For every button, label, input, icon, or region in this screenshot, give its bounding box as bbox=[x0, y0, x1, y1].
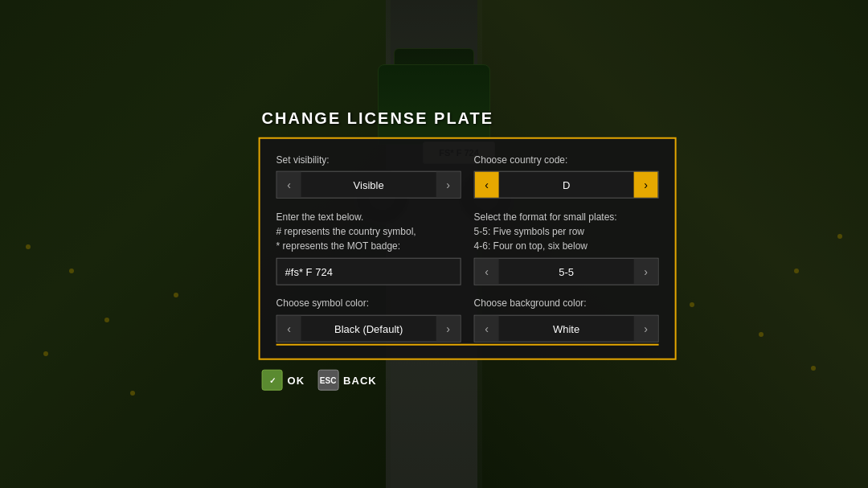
dialog-title: CHANGE LICENSE PLATE bbox=[259, 109, 677, 127]
col-background-color: Choose background color: ‹ White › bbox=[474, 297, 659, 342]
background-color-selector: ‹ White › bbox=[474, 315, 659, 342]
back-button[interactable]: ESC BACK bbox=[317, 370, 377, 391]
format-next-button[interactable]: › bbox=[634, 258, 658, 285]
country-code-next-button[interactable]: › bbox=[634, 171, 658, 199]
bottom-divider bbox=[276, 344, 659, 346]
country-code-prev-button[interactable]: ‹ bbox=[475, 171, 499, 199]
symbol-color-label: Choose symbol color: bbox=[276, 297, 461, 310]
background-color-label: Choose background color: bbox=[474, 297, 659, 310]
symbol-color-prev-button[interactable]: ‹ bbox=[277, 315, 301, 342]
dialog-footer: ✓ OK ESC BACK bbox=[259, 360, 677, 391]
visibility-value: Visible bbox=[301, 179, 436, 191]
visibility-prev-button[interactable]: ‹ bbox=[277, 171, 301, 199]
row-colors: Choose symbol color: ‹ Black (Default) ›… bbox=[276, 297, 659, 342]
format-selector: ‹ 5-5 › bbox=[474, 258, 659, 285]
row-text-format: Enter the text below. # represents the c… bbox=[276, 210, 659, 285]
visibility-next-button[interactable]: › bbox=[436, 171, 461, 199]
back-label: BACK bbox=[343, 374, 377, 386]
change-license-plate-dialog: CHANGE LICENSE PLATE Set visibility: ‹ V… bbox=[259, 109, 677, 391]
format-label: Select the format for small plates: 5-5:… bbox=[474, 210, 659, 253]
background-color-value: White bbox=[499, 322, 634, 334]
ok-label: OK bbox=[288, 374, 305, 386]
format-value: 5-5 bbox=[499, 266, 634, 278]
symbol-color-next-button[interactable]: › bbox=[436, 315, 461, 342]
visibility-label: Set visibility: bbox=[276, 153, 461, 166]
format-prev-button[interactable]: ‹ bbox=[475, 258, 499, 285]
background-color-next-button[interactable]: › bbox=[634, 315, 658, 342]
col-text-input: Enter the text below. # represents the c… bbox=[276, 210, 461, 285]
country-code-label: Choose country code: bbox=[474, 153, 659, 166]
ok-button[interactable]: ✓ OK bbox=[262, 370, 305, 391]
symbol-color-value: Black (Default) bbox=[301, 322, 436, 334]
col-country-code: Choose country code: ‹ D › bbox=[474, 153, 659, 199]
background-color-prev-button[interactable]: ‹ bbox=[475, 315, 499, 342]
symbol-color-selector: ‹ Black (Default) › bbox=[276, 315, 461, 342]
country-code-selector: ‹ D › bbox=[474, 171, 659, 199]
back-key-badge: ESC bbox=[317, 370, 338, 391]
country-code-value: D bbox=[499, 179, 634, 191]
visibility-selector: ‹ Visible › bbox=[276, 171, 461, 199]
row-visibility-country: Set visibility: ‹ Visible › Choose count… bbox=[276, 153, 659, 199]
text-input-label: Enter the text below. # represents the c… bbox=[276, 210, 461, 253]
col-visibility: Set visibility: ‹ Visible › bbox=[276, 153, 461, 199]
col-symbol-color: Choose symbol color: ‹ Black (Default) › bbox=[276, 297, 461, 342]
col-format: Select the format for small plates: 5-5:… bbox=[474, 210, 659, 285]
dialog-box: Set visibility: ‹ Visible › Choose count… bbox=[259, 137, 677, 360]
ok-key-badge: ✓ bbox=[262, 370, 283, 391]
license-plate-text-input[interactable] bbox=[276, 258, 461, 285]
